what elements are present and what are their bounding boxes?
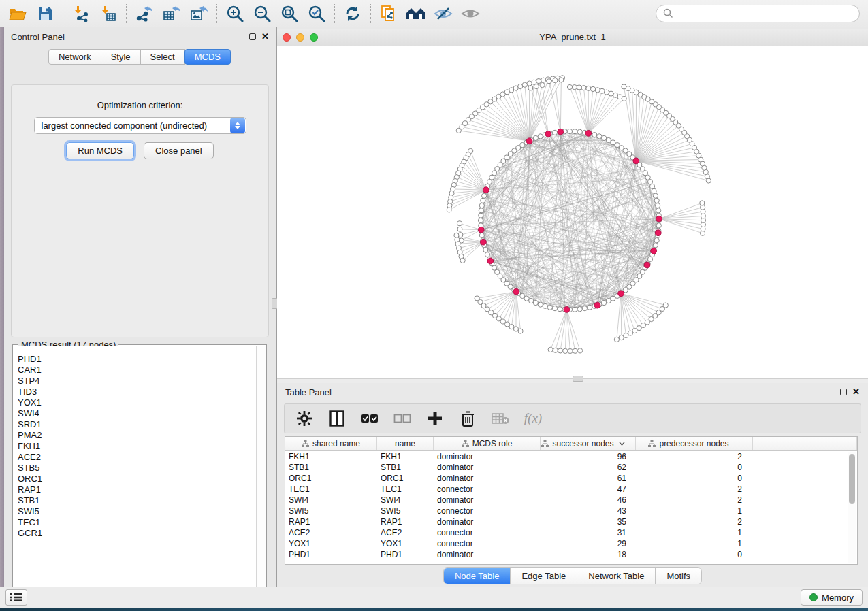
tab-edge-table[interactable]: Edge Table [510,568,577,584]
table-cell[interactable]: 0 [636,463,753,472]
tab-network[interactable]: Network [48,49,101,65]
run-mcds-button[interactable]: Run MCDS [66,142,134,159]
show-column-button[interactable] [328,410,346,427]
list-item[interactable]: ORC1 [18,474,256,484]
network-canvas[interactable] [277,46,868,378]
table-cell[interactable]: 29 [541,539,636,548]
column-header-shared-name[interactable]: shared name [285,437,377,450]
float-panel-icon[interactable] [840,389,847,395]
table-cell[interactable]: SWI4 [377,495,434,505]
delete-table-button[interactable] [492,410,509,427]
table-row[interactable]: ACE2ACE2connector311 [285,527,857,538]
table-cell[interactable]: 2 [636,484,753,494]
table-cell[interactable]: SWI5 [377,506,434,516]
table-cell[interactable]: YOX1 [377,539,434,548]
task-history-button[interactable] [5,589,27,606]
list-item[interactable]: PMA2 [18,430,256,441]
table-cell[interactable]: PHD1 [377,550,434,559]
close-panel-button[interactable]: Close panel [144,142,214,159]
table-cell[interactable]: 0 [636,550,753,559]
list-item[interactable]: SWI5 [18,506,256,517]
table-cell[interactable]: 31 [541,528,636,538]
list-item[interactable]: STB5 [18,463,256,474]
list-item[interactable]: STB1 [18,495,256,506]
list-item[interactable]: ACE2 [18,452,256,463]
table-cell[interactable]: dominator [434,452,541,461]
table-settings-button[interactable] [295,410,313,427]
table-cell[interactable]: 2 [636,452,753,461]
table-cell[interactable]: TEC1 [285,484,377,494]
open-file-button[interactable] [4,2,31,25]
table-cell[interactable]: 1 [636,539,753,548]
table-cell[interactable]: FKH1 [377,452,434,461]
table-cell[interactable]: 96 [541,452,636,461]
table-cell[interactable]: connector [434,528,541,538]
close-panel-icon[interactable]: ✕ [852,389,860,395]
list-item[interactable]: CAR1 [18,365,256,376]
list-item[interactable]: TID3 [18,386,256,397]
panel-divider-horizontal[interactable] [277,378,868,383]
scrollbar-thumb[interactable] [849,454,855,504]
list-item[interactable]: TEC1 [18,517,256,528]
export-table-button[interactable] [158,2,185,25]
table-cell[interactable]: connector [434,484,541,494]
table-row[interactable]: STB1STB1dominator620 [285,462,857,473]
function-builder-button[interactable]: f(x) [524,410,542,427]
table-cell[interactable]: SWI4 [285,495,377,505]
zoom-fit-button[interactable] [276,2,303,25]
tab-style[interactable]: Style [101,49,141,65]
zoom-out-button[interactable] [248,2,276,25]
list-item[interactable]: YOX1 [18,397,256,408]
table-row[interactable]: SWI4SWI4dominator462 [285,495,857,506]
list-item[interactable]: RAP1 [18,484,256,495]
table-scrollbar[interactable] [848,452,856,563]
table-cell[interactable]: FKH1 [285,452,377,461]
column-header-mcds-role[interactable]: MCDS role [434,437,541,450]
mcds-result-list[interactable]: PHD1CAR1STP4TID3YOX1SWI4SRD1PMA2FKH1ACE2… [14,346,256,596]
float-panel-icon[interactable] [249,33,256,40]
import-network-button[interactable] [67,2,95,25]
table-cell[interactable]: 0 [636,474,753,483]
table-row[interactable]: TEC1TEC1connector472 [285,484,857,495]
refresh-button[interactable] [339,2,366,25]
tab-select[interactable]: Select [140,49,185,65]
table-cell[interactable]: 61 [541,474,636,483]
tab-network-table[interactable]: Network Table [577,568,655,584]
table-cell[interactable]: 2 [636,495,753,505]
table-cell[interactable]: STB1 [285,463,377,472]
table-cell[interactable]: dominator [434,474,541,483]
create-column-button[interactable] [426,410,444,427]
zoom-in-button[interactable] [221,2,248,25]
list-item[interactable]: GCR1 [18,528,256,539]
show-all-button[interactable] [457,2,484,25]
select-all-columns-button[interactable] [361,410,379,427]
table-cell[interactable]: 18 [541,550,636,559]
table-cell[interactable]: connector [434,506,541,516]
table-cell[interactable]: ACE2 [377,528,434,538]
table-cell[interactable]: 46 [541,495,636,505]
table-cell[interactable]: 62 [541,463,636,472]
table-row[interactable]: FKH1FKH1dominator962 [285,451,857,462]
import-table-button[interactable] [95,2,122,25]
zoom-selected-button[interactable] [303,2,330,25]
list-item[interactable]: SRD1 [18,419,256,430]
first-neighbors-button[interactable] [402,2,430,25]
deselect-all-columns-button[interactable] [393,410,411,427]
tab-motifs[interactable]: Motifs [655,568,701,584]
table-cell[interactable]: connector [434,539,541,548]
table-row[interactable]: SWI5SWI5connector431 [285,506,857,516]
table-cell[interactable]: dominator [434,550,541,559]
tab-node-table[interactable]: Node Table [444,568,511,584]
table-cell[interactable]: PHD1 [285,550,377,559]
duplicate-network-button[interactable] [375,2,402,25]
table-cell[interactable]: 47 [541,484,636,494]
table-cell[interactable]: RAP1 [377,517,434,527]
list-item[interactable]: PHD1 [18,354,256,365]
optimization-criterion-select[interactable]: largest connected component (undirected) [34,117,246,134]
table-cell[interactable]: ORC1 [377,474,434,483]
table-cell[interactable]: TEC1 [377,484,434,494]
table-cell[interactable]: YOX1 [285,539,377,548]
export-image-button[interactable] [185,2,212,25]
table-cell[interactable]: 2 [636,517,753,527]
mcds-list-scrollbar[interactable] [256,346,266,596]
